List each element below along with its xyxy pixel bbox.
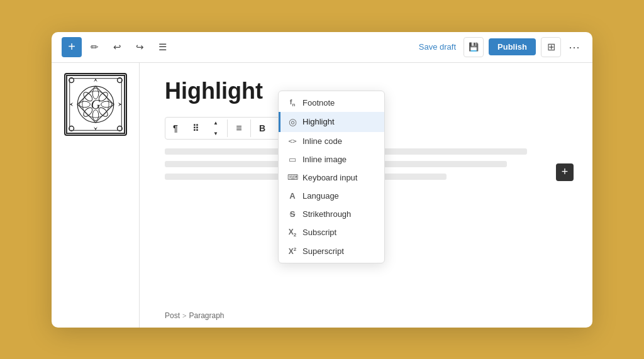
svg-text:G: G [91,96,100,111]
dropdown-item-inline-image[interactable]: ▭ Inline image [279,150,384,168]
move-up-button[interactable]: ▲ [206,118,226,128]
breadcrumb-separator: > [182,312,186,319]
superscript-icon: X2 [287,246,297,256]
language-label: Language [303,191,339,201]
dropdown-item-superscript[interactable]: X2 Superscript [279,242,384,260]
save-icon: 💾 [469,42,479,52]
publish-button[interactable]: Publish [489,38,536,55]
toolbar-left: + ✏ ↩ ↪ ☰ [62,37,414,57]
dropdown-item-language[interactable]: A Language [279,187,384,205]
overflow-menu-button[interactable]: ⋯ [566,40,582,54]
redo-button[interactable]: ↪ [130,37,150,57]
settings-panel-button[interactable]: ⊞ [541,37,561,57]
paragraph-icon-button[interactable]: ¶ [165,118,186,139]
language-icon: A [287,191,297,201]
toolbar-right: Save draft 💾 Publish ⊞ ⋯ [416,37,582,57]
svg-point-11 [101,101,111,108]
drag-handle-button[interactable]: ⠿ [186,118,206,139]
site-logo: G [64,73,127,136]
subscript-icon: X2 [287,228,297,238]
settings-icon: ⊞ [547,41,555,53]
footnote-icon: fn [287,98,297,108]
breadcrumb-paragraph: Paragraph [189,311,224,320]
move-down-button[interactable]: ▼ [206,128,226,139]
inline-code-label: Inline code [303,136,342,146]
save-draft-button[interactable]: Save draft [416,42,458,52]
logo-svg: G [65,74,126,135]
list-view-button[interactable]: ☰ [152,37,172,57]
inline-image-icon: ▭ [287,155,297,164]
add-block-button[interactable]: + [62,37,82,57]
align-button[interactable]: ≡ [229,118,249,139]
dropdown-item-footnote[interactable]: fn Footnote [279,94,384,112]
subscript-label: Subscript [303,228,336,237]
dropdown-item-strikethrough[interactable]: S Strikethrough [279,205,384,223]
keyboard-input-label: Keyboard input [303,173,357,182]
breadcrumb-post: Post [165,311,180,320]
editor-window: + ✏ ↩ ↪ ☰ Save draft 💾 Publish ⊞ ⋯ [52,32,592,328]
keyboard-icon: ⌨ [287,173,297,182]
undo-button[interactable]: ↩ [107,37,127,57]
inline-image-label: Inline image [303,155,347,164]
floating-add-block-button[interactable]: + [556,163,574,181]
svg-point-15 [79,101,90,108]
toolbar-separator-2 [250,119,251,137]
save-icon-button[interactable]: 💾 [464,37,484,57]
dropdown-item-subscript[interactable]: X2 Subscript [279,223,384,242]
format-dropdown-menu: fn Footnote ◎ Highlight <> Inline code ▭… [278,91,385,264]
main-area: G Highlight ¶ ⠿ ▲ ▼ ≡ B [52,63,592,328]
strikethrough-label: Strikethrough [303,209,351,219]
superscript-label: Superscript [303,246,344,256]
bold-button[interactable]: B [252,118,272,139]
breadcrumb: Post > Paragraph [165,311,225,320]
toolbar-separator-1 [227,119,228,137]
highlight-label: Highlight [303,117,335,126]
dropdown-item-highlight[interactable]: ◎ Highlight [279,112,384,132]
dropdown-item-keyboard-input[interactable]: ⌨ Keyboard input [279,168,384,187]
pencil-icon-button[interactable]: ✏ [84,37,104,57]
block-type-group: ¶ ⠿ ▲ ▼ [165,118,226,139]
top-toolbar: + ✏ ↩ ↪ ☰ Save draft 💾 Publish ⊞ ⋯ [52,32,592,63]
strikethrough-icon: S [287,209,297,219]
editor-area: Highlight ¶ ⠿ ▲ ▼ ≡ B I 🔗 ▾ [140,63,592,328]
dropdown-item-inline-code[interactable]: <> Inline code [279,132,384,150]
inline-code-icon: <> [287,137,297,145]
footnote-label: Footnote [303,98,335,108]
sidebar: G [52,63,140,328]
highlight-icon: ◎ [287,116,297,128]
